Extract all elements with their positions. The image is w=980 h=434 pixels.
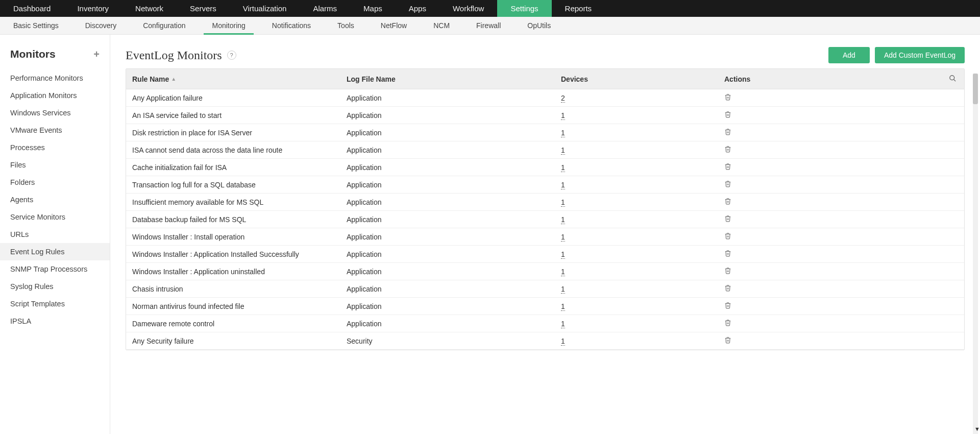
delete-icon[interactable] — [724, 284, 731, 292]
cell-rule[interactable]: Disk restriction in place for ISA Server — [126, 129, 347, 137]
devices-link[interactable]: 1 — [561, 181, 565, 189]
search-icon[interactable] — [941, 75, 964, 84]
cell-rule[interactable]: Chasis intrusion — [126, 285, 347, 293]
cell-log: Application — [347, 129, 561, 137]
svg-point-0 — [949, 75, 954, 80]
delete-icon[interactable] — [724, 232, 731, 239]
subnav-item-discovery[interactable]: Discovery — [72, 17, 130, 34]
delete-icon[interactable] — [724, 250, 731, 257]
subnav-item-notifications[interactable]: Notifications — [259, 17, 324, 34]
devices-link[interactable]: 1 — [561, 250, 565, 259]
delete-icon[interactable] — [724, 198, 731, 205]
devices-link[interactable]: 1 — [561, 146, 565, 155]
cell-devices: 1 — [561, 215, 694, 224]
cell-rule[interactable]: Cache initialization fail for ISA — [126, 163, 347, 172]
delete-icon[interactable] — [724, 215, 731, 222]
col-header-log[interactable]: Log File Name — [347, 75, 561, 83]
delete-icon[interactable] — [724, 163, 731, 170]
delete-icon[interactable] — [724, 146, 731, 153]
table-row: ISA cannot send data across the data lin… — [126, 141, 964, 159]
devices-link[interactable]: 1 — [561, 111, 565, 120]
subnav-item-monitoring[interactable]: Monitoring — [199, 17, 258, 34]
cell-rule[interactable]: Database backup failed for MS SQL — [126, 215, 347, 224]
add-monitor-icon[interactable]: + — [93, 49, 100, 60]
devices-link[interactable]: 1 — [561, 129, 565, 137]
delete-icon[interactable] — [724, 302, 731, 309]
sidebar-item-urls[interactable]: URLs — [0, 226, 110, 243]
sidebar-item-agents[interactable]: Agents — [0, 191, 110, 208]
delete-icon[interactable] — [724, 128, 731, 135]
help-icon[interactable]: ? — [227, 51, 236, 60]
sidebar-item-files[interactable]: Files — [0, 156, 110, 174]
devices-link[interactable]: 1 — [561, 285, 565, 294]
topnav-item-apps[interactable]: Apps — [396, 0, 439, 17]
topnav-item-network[interactable]: Network — [122, 0, 177, 17]
devices-link[interactable]: 1 — [561, 302, 565, 311]
devices-link[interactable]: 1 — [561, 198, 565, 207]
scrollbar-thumb[interactable] — [973, 74, 978, 104]
topnav-item-virtualization[interactable]: Virtualization — [230, 0, 300, 17]
sidebar-item-processes[interactable]: Processes — [0, 139, 110, 156]
sidebar-item-folders[interactable]: Folders — [0, 174, 110, 191]
topnav-item-workflow[interactable]: Workflow — [439, 0, 497, 17]
scrollbar[interactable] — [973, 74, 978, 434]
cell-rule[interactable]: Windows Installer : Application uninstal… — [126, 268, 347, 276]
cell-rule[interactable]: Windows Installer : Install operation — [126, 233, 347, 241]
cell-rule[interactable]: Any Application failure — [126, 94, 347, 102]
subnav-item-netflow[interactable]: NetFlow — [368, 17, 420, 34]
sidebar-item-performance-monitors[interactable]: Performance Monitors — [0, 69, 110, 87]
col-header-devices[interactable]: Devices — [561, 75, 694, 83]
subnav-item-configuration[interactable]: Configuration — [130, 17, 199, 34]
cell-log: Application — [347, 320, 561, 328]
add-button[interactable]: Add — [828, 47, 870, 63]
topnav-item-servers[interactable]: Servers — [177, 0, 230, 17]
cell-rule[interactable]: Transaction log full for a SQL database — [126, 181, 347, 189]
sidebar-item-ipsla[interactable]: IPSLA — [0, 312, 110, 330]
devices-link[interactable]: 1 — [561, 215, 565, 224]
sidebar-item-service-monitors[interactable]: Service Monitors — [0, 208, 110, 226]
cell-rule[interactable]: Windows Installer : Application Installe… — [126, 250, 347, 258]
sidebar-item-syslog-rules[interactable]: Syslog Rules — [0, 278, 110, 295]
devices-link[interactable]: 1 — [561, 233, 565, 242]
sidebar-item-script-templates[interactable]: Script Templates — [0, 295, 110, 312]
topnav-item-settings[interactable]: Settings — [497, 0, 551, 17]
subnav-item-firewall[interactable]: Firewall — [463, 17, 514, 34]
delete-icon[interactable] — [724, 93, 731, 101]
delete-icon[interactable] — [724, 111, 731, 118]
sidebar-item-event-log-rules[interactable]: Event Log Rules — [0, 243, 110, 260]
topnav-item-maps[interactable]: Maps — [350, 0, 396, 17]
cell-rule[interactable]: Norman antivirus found infected file — [126, 302, 347, 310]
devices-link[interactable]: 2 — [561, 94, 565, 103]
sidebar-item-application-monitors[interactable]: Application Monitors — [0, 87, 110, 104]
cell-rule[interactable]: Dameware remote control — [126, 320, 347, 328]
scroll-down-icon[interactable]: ▼ — [974, 426, 980, 432]
topnav-item-alarms[interactable]: Alarms — [300, 0, 350, 17]
sidebar-item-snmp-trap-processors[interactable]: SNMP Trap Processors — [0, 260, 110, 278]
delete-icon[interactable] — [724, 319, 731, 326]
subnav-item-oputils[interactable]: OpUtils — [514, 17, 564, 34]
subnav-item-tools[interactable]: Tools — [324, 17, 368, 34]
table-header: Rule Name ▲ Log File Name Devices Action… — [126, 69, 964, 89]
col-header-rule[interactable]: Rule Name ▲ — [126, 75, 347, 83]
delete-icon[interactable] — [724, 267, 731, 274]
devices-link[interactable]: 1 — [561, 320, 565, 328]
cell-rule[interactable]: An ISA service failed to start — [126, 111, 347, 119]
topnav-item-reports[interactable]: Reports — [552, 0, 605, 17]
sidebar-item-vmware-events[interactable]: VMware Events — [0, 122, 110, 139]
sidebar-item-windows-services[interactable]: Windows Services — [0, 104, 110, 122]
topnav-item-inventory[interactable]: Inventory — [64, 0, 122, 17]
subnav-item-basic-settings[interactable]: Basic Settings — [0, 17, 72, 34]
topnav-item-dashboard[interactable]: Dashboard — [0, 0, 64, 17]
devices-link[interactable]: 1 — [561, 163, 565, 172]
add-custom-eventlog-button[interactable]: Add Custom EventLog — [875, 47, 965, 63]
cell-log: Application — [347, 233, 561, 241]
cell-rule[interactable]: Any Security failure — [126, 337, 347, 345]
devices-link[interactable]: 1 — [561, 268, 565, 276]
cell-rule[interactable]: ISA cannot send data across the data lin… — [126, 146, 347, 154]
table-row: Windows Installer : Application uninstal… — [126, 263, 964, 280]
devices-link[interactable]: 1 — [561, 337, 565, 346]
cell-rule[interactable]: Insufficient memory available for MS SQL — [126, 198, 347, 206]
delete-icon[interactable] — [724, 336, 731, 344]
subnav-item-ncm[interactable]: NCM — [420, 17, 463, 34]
delete-icon[interactable] — [724, 180, 731, 187]
